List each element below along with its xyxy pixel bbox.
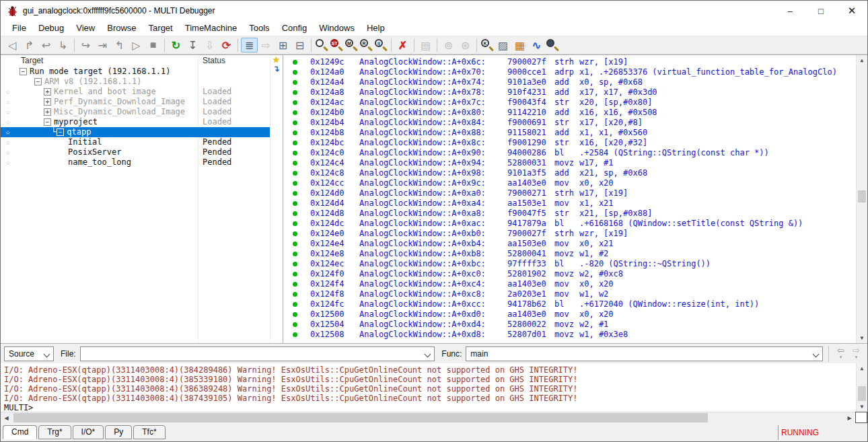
scrollbar-thumb[interactable] <box>858 386 866 401</box>
breakpoint-dot-icon[interactable] <box>293 181 297 186</box>
nav-forward-button[interactable]: ⇨▼ <box>848 346 864 361</box>
tree-expander-icon[interactable]: + <box>44 98 51 106</box>
scroll-up-icon[interactable]: ▲ <box>857 363 867 373</box>
scroll-right-icon[interactable]: ▶ <box>844 412 855 423</box>
bookmark-star-icon[interactable]: ☆ <box>5 117 10 127</box>
resume-icon[interactable]: ▷ <box>128 38 145 52</box>
breakpoint-dot-icon[interactable] <box>293 292 297 297</box>
tree-row-misc-dynamic-download-image[interactable]: ☆ + Misc_Dynamic_Download_Image Loaded <box>1 107 283 117</box>
scrollbar-thumb[interactable] <box>13 413 708 422</box>
breakpoint-dot-icon[interactable] <box>293 211 297 216</box>
menu-tools[interactable]: Tools <box>243 21 275 36</box>
menu-target[interactable]: Target <box>143 21 179 36</box>
event-analyzer-icon[interactable]: ⊛ <box>457 38 474 52</box>
breakpoint-dot-icon[interactable] <box>293 302 297 307</box>
console-scrollbar[interactable]: ▲ ▼ <box>856 363 867 412</box>
asm-row-0x124ec[interactable]: 0x124ec AnalogClockWindow::A+0xbc: 97fff… <box>283 259 855 269</box>
breakpoint-dot-icon[interactable] <box>293 120 297 125</box>
step-into-icon[interactable]: ⇥ <box>94 38 111 52</box>
bookmark-star-icon[interactable]: ☆ <box>5 157 10 168</box>
go-back-icon[interactable]: ◁ <box>4 38 21 52</box>
tree-row-posixserver[interactable]: ☆ PosixServer Pended <box>1 147 283 157</box>
disassembly-scrollbar[interactable]: ▲ ▼ <box>856 55 867 343</box>
asm-row-0x124c4[interactable]: 0x124c4 AnalogClockWindow::A+0x94: 52800… <box>283 158 855 168</box>
asm-row-0x124b4[interactable]: 0x124b4 AnalogClockWindow::A+0x84: f9000… <box>283 118 855 128</box>
tree-row-perf-dynamic-download-image[interactable]: ☆ + Perf_Dynamic_Download_Image Loaded <box>1 97 283 107</box>
menu-config[interactable]: Config <box>276 21 314 36</box>
bookmark-star-icon[interactable]: ☆ <box>5 107 10 117</box>
breakpoint-dot-icon[interactable] <box>293 161 297 165</box>
asm-row-0x124a4[interactable]: 0x124a4 AnalogClockWindow::A+0x74: 9101a… <box>283 77 855 87</box>
breakpoint-dot-icon[interactable] <box>293 171 297 176</box>
asm-row-0x12508[interactable]: 0x12508 AnalogClockWindow::A+0xd8: 52807… <box>283 330 855 340</box>
tree-row-name-too-long[interactable]: ☆ name_too_long Pended <box>1 157 283 168</box>
os-explorer-icon[interactable]: ⊚ <box>440 38 457 52</box>
asm-row-0x124b0[interactable]: 0x124b0 AnalogClockWindow::A+0x80: 91142… <box>283 108 855 118</box>
breakpoint-dot-icon[interactable] <box>293 322 297 327</box>
breakpoint-dot-icon[interactable] <box>293 262 297 266</box>
menu-debug[interactable]: Debug <box>32 21 70 36</box>
expand-list-icon[interactable]: ⊞ <box>275 38 291 52</box>
halt-icon[interactable]: ■ <box>145 38 161 52</box>
close-button[interactable]: ✕ <box>836 1 867 21</box>
asm-row-0x1249c[interactable]: 0x1249c AnalogClockWindow::A+0x6c: 79000… <box>283 57 855 67</box>
asm-row-0x124e8[interactable]: 0x124e8 AnalogClockWindow::A+0xb8: 52800… <box>283 249 855 259</box>
memory-view-icon[interactable]: M <box>344 38 359 52</box>
tree-expander-icon[interactable]: − <box>57 128 64 136</box>
stack-view-icon[interactable]: ST <box>329 38 344 52</box>
step-out-icon[interactable]: ↰ <box>111 38 128 52</box>
asm-row-0x124dc[interactable]: 0x124dc AnalogClockWindow::A+0xac: 94178… <box>283 219 855 229</box>
menu-view[interactable]: View <box>70 21 101 36</box>
back-out-icon[interactable]: ↱ <box>21 38 38 52</box>
breakpoint-dot-icon[interactable] <box>293 70 297 75</box>
tree-expander-icon[interactable]: + <box>44 108 51 116</box>
minimize-button[interactable]: – <box>774 1 805 21</box>
profiler-icon[interactable]: ∿ <box>528 38 545 52</box>
breakpoint-dot-icon[interactable] <box>293 60 297 65</box>
back-over-icon[interactable]: ↩ <box>38 38 55 52</box>
breakpoint-dot-icon[interactable] <box>293 242 297 246</box>
menu-timemachine[interactable]: TimeMachine <box>179 21 244 36</box>
console[interactable]: I/O: Adreno-ESX(qtapp)(3311403008:4)(384… <box>1 363 867 412</box>
asm-row-0x124e0[interactable]: 0x124e0 AnalogClockWindow::A+0xb0: 79000… <box>283 229 855 239</box>
verify-download-icon[interactable]: ⇩ <box>201 38 218 52</box>
breakpoint-dot-icon[interactable] <box>293 201 297 206</box>
breakpoint-dot-icon[interactable] <box>293 282 297 287</box>
asm-row-0x124fc[interactable]: 0x124fc AnalogClockWindow::A+0xcc: 94178… <box>283 299 855 309</box>
func-combobox[interactable]: main <box>466 346 823 361</box>
asm-row-0x124a0[interactable]: 0x124a0 AnalogClockWindow::A+0x70: 9000c… <box>283 67 855 77</box>
bookmark-star-icon[interactable]: ☆ <box>5 147 10 157</box>
tree-row-initial[interactable]: ☆ Initial Pended <box>1 137 283 147</box>
goto-target-icon[interactable]: ↴ <box>273 65 279 73</box>
asm-row-0x124c0[interactable]: 0x124c0 AnalogClockWindow::A+0x90: 94000… <box>283 148 855 158</box>
asm-row-0x124d4[interactable]: 0x124d4 AnalogClockWindow::A+0xa4: aa150… <box>283 198 855 209</box>
scroll-down-icon[interactable]: ▼ <box>857 402 867 412</box>
tree-expander-icon[interactable]: − <box>44 118 51 126</box>
memory-map-icon[interactable]: ▦ <box>511 38 528 52</box>
examine-view-icon[interactable] <box>314 38 329 52</box>
asm-row-0x12504[interactable]: 0x12504 AnalogClockWindow::A+0xd4: 52800… <box>283 320 855 330</box>
breakpoint-dot-icon[interactable] <box>293 131 297 135</box>
tab-tfc[interactable]: Tfc* <box>133 425 165 439</box>
horizontal-scrollbar[interactable]: ◀ ▶ <box>1 412 867 423</box>
go-icon[interactable]: ↻ <box>168 38 184 52</box>
asm-row-0x124c8[interactable]: 0x124c8 AnalogClockWindow::A+0x98: 9101a… <box>283 168 855 178</box>
breakpoint-dot-icon[interactable] <box>293 100 297 105</box>
launch-window-icon[interactable]: ▨ <box>495 38 511 52</box>
back-into-icon[interactable]: ↳ <box>55 38 71 52</box>
tab-trg[interactable]: Trg* <box>38 425 71 439</box>
tab-cmd[interactable]: Cmd <box>3 425 37 439</box>
breakpoint-dot-icon[interactable] <box>293 312 297 317</box>
breakpoint-dot-icon[interactable] <box>293 151 297 155</box>
breakpoint-dot-icon[interactable] <box>293 141 297 145</box>
restart-icon[interactable]: ⟳ <box>218 38 235 52</box>
asm-row-0x124b8[interactable]: 0x124b8 AnalogClockWindow::A+0x88: 91158… <box>283 128 855 138</box>
asm-row-0x124f0[interactable]: 0x124f0 AnalogClockWindow::A+0xc0: 52801… <box>283 269 855 279</box>
assembly-view-icon[interactable]: ≣ <box>241 38 258 52</box>
breakpoint-dot-icon[interactable] <box>293 252 297 256</box>
tree-row-qtapp[interactable]: ☆ └ − qtapp <box>1 127 283 137</box>
scroll-left-icon[interactable]: ◀ <box>1 412 12 423</box>
breakpoint-dot-icon[interactable] <box>293 332 297 337</box>
asm-row-0x124d0[interactable]: 0x124d0 AnalogClockWindow::A+0xa0: 79000… <box>283 188 855 198</box>
asm-row-0x124ac[interactable]: 0x124ac AnalogClockWindow::A+0x7c: f9004… <box>283 98 855 108</box>
